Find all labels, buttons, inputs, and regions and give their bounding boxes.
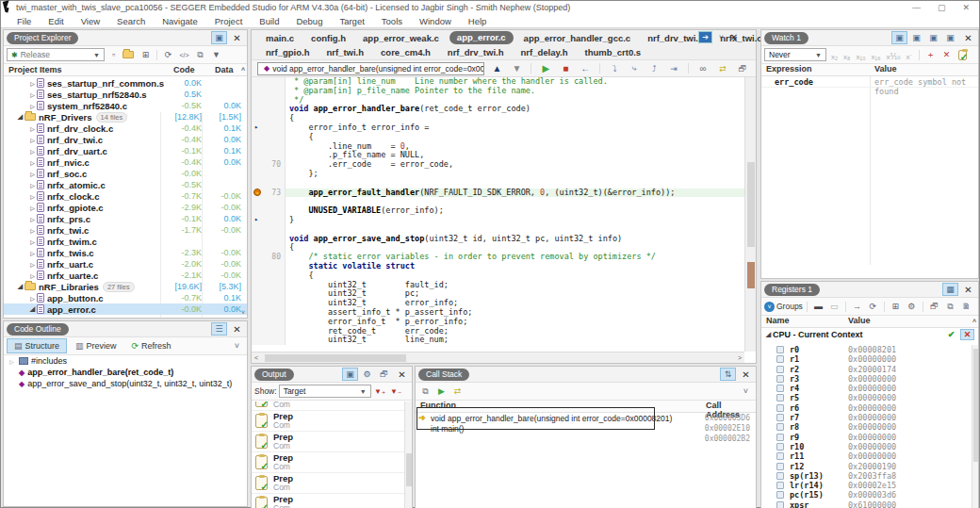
- gutter[interactable]: [252, 151, 286, 160]
- editor-tab-thumb_crt0-s[interactable]: thumb_crt0.s: [579, 47, 648, 57]
- format-button[interactable]: x⅒: [883, 53, 903, 61]
- settings-icon[interactable]: ⚙: [905, 300, 919, 313]
- gutter[interactable]: [252, 271, 286, 281]
- gutter[interactable]: [252, 170, 286, 179]
- output-list[interactable]: PrepComPrepComPrepComPrepComPrepComPrepC…: [252, 401, 404, 508]
- register-row[interactable]: r60x00000000: [761, 403, 972, 413]
- refresh-icon[interactable]: ⟳: [866, 300, 880, 313]
- project-file-row[interactable]: ▷nrf_drv_clock.c-0.4K0.1K: [4, 123, 247, 134]
- gutter[interactable]: [252, 225, 286, 235]
- project-file-row[interactable]: ▷ses_startup_nrf52840.s0.5K: [4, 89, 247, 100]
- project-file-row[interactable]: ▷nrfx_clock.c-0.7K-0.0K: [4, 190, 247, 202]
- register-row[interactable]: r100x00000000: [761, 442, 972, 451]
- register-row[interactable]: r20x20000174: [761, 365, 972, 374]
- call-stack-frame[interactable]: int main()0x00002E10: [416, 423, 756, 434]
- add-watch-icon[interactable]: ＋: [923, 48, 938, 61]
- output-item[interactable]: PrepCom: [252, 494, 404, 508]
- editor-horizontal-scrollbar[interactable]: ˂ ˃: [252, 352, 744, 363]
- collapsed-icon[interactable]: ▷: [28, 137, 37, 143]
- scroll-down-icon[interactable]: ˅: [241, 309, 245, 316]
- properties-icon[interactable]: ⊞: [139, 48, 153, 61]
- stack-view-icon[interactable]: ⇅: [720, 368, 736, 381]
- register-row[interactable]: xpsr0x61000000: [761, 500, 972, 508]
- collapsed-icon[interactable]: ▷: [28, 238, 37, 245]
- register-row[interactable]: r90x00000000: [761, 433, 972, 442]
- function-navigator-dropdown[interactable]: ◆ void app_error_handler_bare(unsigned i…: [257, 62, 484, 75]
- disable-group-icon[interactable]: ✕: [960, 329, 974, 340]
- outline-tree[interactable]: ▷#includes◆app_error_handler_bare(ret_co…: [4, 355, 247, 389]
- editor-tab-nrf_drv_twi-h[interactable]: nrf_drv_twi.h: [441, 47, 511, 57]
- menu-project[interactable]: Project: [206, 16, 252, 26]
- collapsed-icon[interactable]: ▷: [28, 205, 37, 211]
- dock-panel-icon[interactable]: ▣: [211, 31, 227, 44]
- minimize-icon[interactable]: —: [912, 3, 921, 12]
- menu-search[interactable]: Search: [108, 16, 154, 26]
- collapsed-icon[interactable]: ▷: [28, 182, 37, 188]
- close-panel-icon[interactable]: ✕: [230, 322, 244, 336]
- gutter[interactable]: [252, 308, 286, 318]
- step-out-icon[interactable]: ⤴: [646, 62, 662, 75]
- groups-chevron-icon[interactable]: ˅: [764, 302, 775, 312]
- menu-tools[interactable]: Tools: [373, 16, 411, 26]
- call-stack-frame[interactable]: 0x000002B2: [416, 434, 756, 444]
- gutter[interactable]: [252, 281, 286, 290]
- collapsed-icon[interactable]: ▷: [28, 216, 37, 222]
- gutter[interactable]: [252, 262, 286, 271]
- filter-add-icon[interactable]: ▼₊: [373, 385, 387, 398]
- project-file-row[interactable]: ▷nrf_soc.c-0.0K: [4, 168, 247, 179]
- maximize-icon[interactable]: ▢: [938, 3, 946, 12]
- watch-row[interactable]: err_codeerr_code symbol not found: [761, 76, 978, 88]
- watch4-icon[interactable]: ▣: [942, 31, 958, 44]
- format-button[interactable]: x₈: [841, 53, 853, 61]
- close-panel-icon[interactable]: ✕: [961, 283, 975, 296]
- project-file-row[interactable]: ▷nrfx_uart.c-2.0K-0.0K: [4, 258, 247, 270]
- gutter[interactable]: ▸: [252, 216, 286, 225]
- scroll-left-icon[interactable]: ˂: [254, 354, 258, 361]
- step-back-icon[interactable]: ←: [578, 62, 593, 75]
- add-register-icon[interactable]: ⊞: [889, 300, 903, 313]
- project-tree[interactable]: ▷ses_startup_nrf_common.s0.0K▷ses_startu…: [4, 77, 247, 318]
- watch2-icon[interactable]: ▣: [908, 31, 924, 44]
- show-dropdown[interactable]: Target ▼: [279, 385, 371, 398]
- menu-file[interactable]: File: [8, 16, 40, 26]
- copy-icon[interactable]: ⧉: [943, 300, 957, 313]
- editor-tab-app_error_handler_gcc-c[interactable]: app_error_handler_gcc.c: [517, 33, 638, 43]
- collapsed-icon[interactable]: ▷: [28, 125, 37, 132]
- collapsed-icon[interactable]: ▷: [28, 171, 37, 177]
- document-icon[interactable]: 🗎: [959, 300, 973, 313]
- next-function-icon[interactable]: ▼: [509, 62, 524, 75]
- close-editor-icon[interactable]: ✕: [730, 32, 738, 42]
- editor-tab-nrf_delay-h[interactable]: nrf_delay.h: [514, 47, 575, 57]
- editor-vertical-scrollbar[interactable]: [744, 77, 756, 352]
- editor-tab-app_error_weak-c[interactable]: app_error_weak.c: [356, 33, 446, 43]
- gutter[interactable]: [252, 299, 286, 308]
- collapsed-icon[interactable]: ▷: [28, 159, 37, 166]
- menu-debug[interactable]: Debug: [287, 16, 331, 26]
- project-file-row[interactable]: ▷ses_startup_nrf_common.s0.0K: [4, 77, 247, 89]
- register-row[interactable]: r30x00000000: [761, 374, 972, 384]
- goto-location-icon[interactable]: ➔: [698, 31, 712, 43]
- filter-icon[interactable]: ▼: [209, 48, 223, 61]
- scroll-right-icon[interactable]: ˃: [738, 354, 742, 361]
- flash-icon[interactable]: ▬: [811, 300, 825, 313]
- watch-list[interactable]: err_codeerr_code symbol not found: [761, 76, 978, 265]
- filter-remove-icon[interactable]: ▼₋: [389, 385, 403, 398]
- chevron-down-icon[interactable]: ˅: [739, 385, 753, 398]
- close-panel-icon[interactable]: ✕: [961, 31, 975, 44]
- menu-navigate[interactable]: Navigate: [154, 16, 206, 26]
- gutter[interactable]: [252, 96, 286, 106]
- project-file-row[interactable]: ▷nrf_drv_uart.c-0.1K0.1K: [4, 145, 247, 156]
- collapsed-icon[interactable]: ▷: [28, 250, 37, 256]
- project-file-row[interactable]: ▷nrf_nvic.c-0.4K0.0K: [4, 156, 247, 168]
- project-file-row[interactable]: ▷nrfx_twis.c-2.3K-0.0K: [4, 247, 247, 258]
- gutter[interactable]: [252, 114, 286, 123]
- format-button[interactable]: x₁₀: [853, 53, 868, 61]
- gutter[interactable]: ▸: [252, 123, 286, 133]
- window-view-icon[interactable]: 🗗: [376, 368, 392, 381]
- format-button[interactable]: x´: [903, 53, 915, 61]
- gutter[interactable]: [252, 336, 286, 345]
- format-button[interactable]: x₁₆: [868, 53, 883, 61]
- gutter[interactable]: 80: [252, 253, 286, 262]
- outline-item[interactable]: ◆app_error_handler_bare(ret_code_t): [4, 367, 247, 378]
- collapsed-icon[interactable]: ▷: [28, 261, 37, 268]
